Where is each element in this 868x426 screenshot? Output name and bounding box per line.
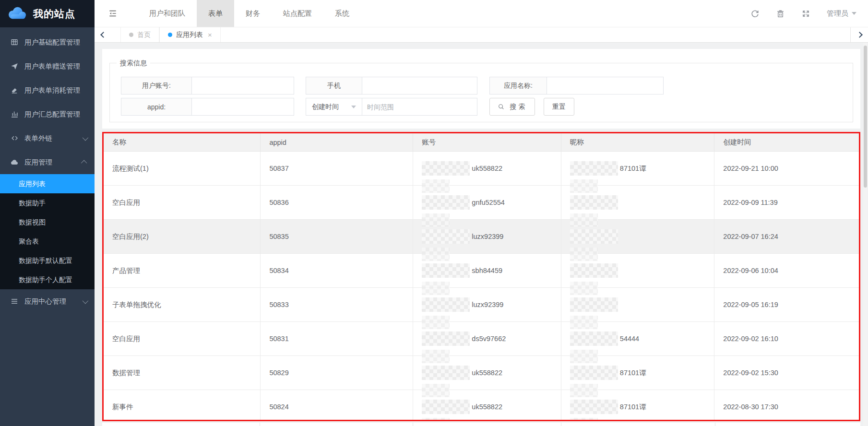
divider	[260, 423, 413, 426]
search-button[interactable]: 搜索	[489, 98, 535, 116]
nav-item-用户和团队[interactable]: 用户和团队	[138, 0, 197, 27]
col-header-nickname: 昵称	[561, 133, 715, 151]
brand-logo[interactable]: 我的站点	[0, 0, 95, 27]
time-type-value: 创建时间	[312, 103, 339, 111]
submenu-item-应用列表[interactable]: 应用列表	[0, 174, 95, 193]
sidebar-item-应用管理[interactable]: 应用管理	[0, 150, 95, 174]
close-icon[interactable]: ×	[208, 31, 212, 39]
table-row: 子表单拖拽优化50833luzx923992022-09-05 16:19	[104, 288, 859, 322]
tab-status-dot	[129, 33, 133, 37]
appid-cell: 50834	[261, 254, 413, 287]
appid-cell: 50831	[261, 322, 413, 355]
field-app-name: 应用名称:	[489, 77, 664, 95]
sidebar-menu-bottom: 应用中心管理	[0, 289, 95, 313]
account-value: sbh84459	[472, 267, 502, 274]
nav-item-系统[interactable]: 系统	[323, 0, 361, 27]
appid-cell: 50824	[261, 390, 413, 421]
phone-input[interactable]	[362, 77, 477, 95]
reset-button[interactable]: 重置	[544, 98, 574, 116]
sidebar-item-label: 应用管理	[24, 158, 83, 167]
privacy-blur	[422, 350, 450, 363]
appid-cell: 50837	[261, 152, 413, 185]
created-cell: 2022-09-06 10:04	[714, 254, 859, 287]
scrollbar-thumb[interactable]	[864, 46, 867, 188]
page-tab-首页[interactable]: 首页	[120, 27, 159, 42]
name-cell: 数据管理	[104, 356, 261, 390]
nav-tabs: 用户和团队表单财务站点配置系统	[138, 0, 361, 27]
user-account-label: 用户账号:	[121, 77, 192, 95]
search-panel: 搜索信息 用户账号: 手机 应用名称: appid: 创建时间	[102, 49, 860, 129]
sidebar-submenu: 应用列表数据助手数据视图聚合表数据助手默认配置数据助手个人配置	[0, 174, 95, 289]
open-page-tabs: 首页应用列表×	[120, 27, 221, 42]
sidebar-item-应用中心管理[interactable]: 应用中心管理	[0, 289, 95, 313]
table-body: 流程测试(1)50837uk55882287101谭2022-09-21 10:…	[104, 152, 859, 421]
sidebar-item-label: 表单外链	[24, 134, 83, 143]
submenu-item-数据助手[interactable]: 数据助手	[0, 193, 95, 213]
created-cell: 2022-08-30 17:30	[714, 390, 859, 421]
privacy-blur	[422, 263, 470, 278]
collapse-sidebar-icon[interactable]	[108, 9, 118, 18]
account-value: luzx92399	[472, 301, 503, 308]
col-header-created: 创建时间	[714, 133, 859, 151]
privacy-blur	[570, 248, 598, 261]
tabs-scroll-right-button[interactable]	[851, 27, 868, 42]
submenu-item-数据视图[interactable]: 数据视图	[0, 213, 95, 232]
nav-item-财务[interactable]: 财务	[234, 0, 272, 27]
privacy-blur	[422, 297, 470, 312]
submenu-item-聚合表[interactable]: 聚合表	[0, 232, 95, 251]
name-cell: 空白应用	[104, 322, 261, 355]
privacy-blur	[570, 161, 618, 176]
account-value: ds5v97662	[472, 335, 506, 343]
sidebar-item-表单外链[interactable]: 表单外链	[0, 126, 95, 150]
privacy-blur	[422, 400, 470, 414]
time-type-select[interactable]: 创建时间	[306, 98, 362, 116]
chevron-down-icon	[852, 12, 856, 15]
privacy-blur	[570, 297, 618, 312]
user-account-input[interactable]	[192, 77, 294, 95]
privacy-blur	[422, 366, 470, 380]
nickname-value: 87101谭	[620, 402, 646, 412]
sidebar-item-label: 用户基础配置管理	[24, 38, 87, 47]
col-header-name: 名称	[104, 133, 261, 151]
table-row: 产品管理50834sbh844592022-09-06 10:04	[104, 254, 859, 288]
privacy-blur	[570, 418, 598, 421]
table-row: 空白应用50831ds5v97662544442022-09-02 16:10	[104, 322, 859, 356]
table-row: 新事件50824uk55882287101谭2022-08-30 17:30	[104, 390, 859, 421]
bar-chart-icon	[10, 110, 19, 118]
submenu-item-数据助手默认配置[interactable]: 数据助手默认配置	[0, 251, 95, 270]
table-row: 空白应用50836gnfu525542022-09-09 11:39	[104, 186, 859, 220]
appid-cell: 50829	[261, 356, 413, 390]
nav-item-表单[interactable]: 表单	[197, 0, 234, 27]
created-cell: 2022-09-21 10:00	[714, 152, 859, 185]
chevron-down-icon	[83, 297, 89, 304]
sidebar-item-用户汇总配置管理[interactable]: 用户汇总配置管理	[0, 102, 95, 126]
nav-item-站点配置[interactable]: 站点配置	[272, 0, 323, 27]
divider	[102, 423, 260, 426]
user-menu[interactable]: 管理员	[827, 9, 856, 18]
refresh-icon[interactable]	[750, 9, 760, 18]
privacy-blur	[570, 263, 618, 278]
fullscreen-icon[interactable]	[801, 9, 810, 18]
top-navbar: 用户和团队表单财务站点配置系统 管理员	[95, 0, 868, 27]
submenu-item-数据助手个人配置[interactable]: 数据助手个人配置	[0, 270, 95, 289]
sidebar-item-用户基础配置管理[interactable]: 用户基础配置管理	[0, 30, 95, 54]
sidebar-item-用户表单赠送管理[interactable]: 用户表单赠送管理	[0, 54, 95, 78]
sidebar-item-用户表单消耗管理[interactable]: 用户表单消耗管理	[0, 78, 95, 102]
search-button-label: 搜索	[510, 103, 527, 111]
appid-input[interactable]	[192, 98, 294, 116]
privacy-blur	[422, 331, 470, 346]
privacy-blur	[422, 213, 450, 227]
app-name-input[interactable]	[547, 77, 664, 95]
phone-label: 手机	[306, 77, 362, 95]
trash-icon[interactable]	[776, 9, 785, 18]
tabs-scroll-left-button[interactable]	[95, 27, 112, 42]
chevron-down-icon	[351, 106, 356, 108]
account-value: uk558822	[472, 369, 502, 377]
time-range-input[interactable]	[362, 98, 477, 116]
page-tab-应用列表[interactable]: 应用列表×	[159, 27, 221, 42]
privacy-blur	[570, 179, 598, 193]
privacy-blur	[422, 418, 450, 421]
tab-label: 应用列表	[176, 31, 203, 39]
privacy-blur	[570, 229, 618, 244]
col-header-appid: appid	[261, 133, 413, 151]
